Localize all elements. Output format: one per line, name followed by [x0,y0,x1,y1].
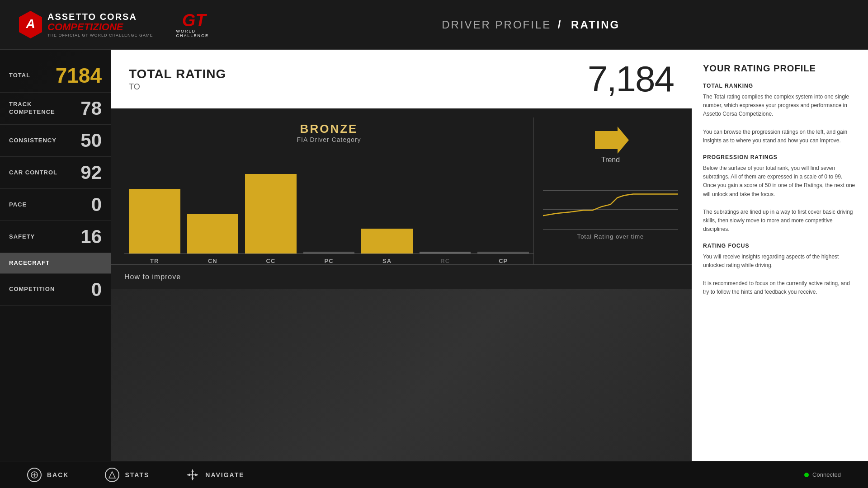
total-rating-left: TOTAL RATING TO [129,67,226,92]
sidebar-item-total[interactable]: TOTAL 7184 [0,59,111,93]
gt-logo: GT WORLD CHALLENGE [167,11,212,38]
category-badge: BRONZE [124,122,533,136]
bar-fill-CP [477,252,529,253]
connected-indicator: Connected [804,471,841,478]
stats-label: STATS [125,471,149,479]
category-sub: FIA Driver Category [124,136,533,143]
total-rating-title: TOTAL RATING [129,67,226,81]
page-title: DRIVER PROFILE / RATING [212,19,850,31]
bar-CC [245,174,297,253]
sidebar-value-safety: 16 [80,227,102,246]
sidebar-label-competition: COMPETITION [9,286,55,293]
sidebar-item-safety[interactable]: SAFETY 16 [0,221,111,253]
navigate-label: NAVIGATE [205,471,244,479]
bar-fill-SA [361,229,413,253]
sidebar-label-racecraft: RACECRAFT [9,259,50,267]
svg-text:A: A [25,17,35,31]
total-rating-right: 7,184 [588,61,674,97]
acc-icon: A [18,10,43,39]
bar-fill-RC [420,252,471,253]
separator: / [558,19,566,31]
bar-CN [187,214,239,253]
trend-area: Trend Total Rating over time [533,117,678,264]
back-button[interactable]: BACK [27,468,69,482]
sidebar-item-car-control[interactable]: CAR CONTROL 92 [0,157,111,189]
bar-fill-TR [129,189,180,253]
main-content: TOTAL RATING TO 7,184 BRONZE FIA Driver … [111,50,692,461]
bronze-badge: BRONZE FIA Driver Category [124,117,533,148]
total-rating-subtitle: TO [129,82,226,92]
rp-section-text-1: You can browse the progression ratings o… [703,128,857,145]
bar-SA [361,229,413,253]
sidebar-item-pace[interactable]: PACE 0 [0,189,111,221]
bar-labels: TR CN CC PC SA RC CP [124,254,533,264]
stats-button[interactable]: STATS [105,468,149,482]
rp-section-text-5: It is recommended to focus on the curren… [703,279,857,296]
bar-label-CP: CP [477,258,529,264]
svg-marker-9 [191,469,194,472]
bottom-bar: BACK STATS NAVIGATE Connected [0,461,868,488]
sidebar-label-consistency: CONSISTENCY [9,137,57,145]
stats-icon [105,468,119,482]
bar-label-RC: RC [420,258,471,264]
navigate-icon [185,468,200,482]
bar-fill-CC [245,174,297,253]
logo-competizione: COMPETIZIONE [47,22,153,33]
bar-chart-area: BRONZE FIA Driver Category [124,117,533,264]
bar-RC [420,252,471,253]
total-rating-number: 7,184 [588,61,674,97]
gt-logo-text: GT [182,12,206,29]
rp-section-text-0: The Total rating compiles the complex sy… [703,93,857,119]
sidebar-value-total: 7184 [56,65,102,86]
how-to-improve: How to improve [111,264,692,289]
rp-section-1: You can browse the progression ratings o… [703,128,857,145]
rp-section-0: TOTAL RANKING The Total rating compiles … [703,83,857,119]
hti-label: How to improve [124,273,678,281]
sidebar-label-car-control: CAR CONTROL [9,169,57,177]
bar-label-SA: SA [361,258,413,264]
bar-chart [124,155,533,254]
svg-marker-12 [195,474,198,476]
sidebar-item-racecraft[interactable]: RACECRAFT [0,253,111,274]
bar-fill-PC [303,252,355,253]
sidebar-value-car-control: 92 [80,163,102,182]
bar-label-CC: CC [245,258,297,264]
sidebar-item-track-competence[interactable]: TRACK COMPETENCE 78 [0,93,111,125]
back-icon [27,468,42,482]
total-rating-card: TOTAL RATING TO 7,184 [111,50,692,108]
bar-CP [477,252,529,253]
rp-section-2: PROGRESSION RATINGS Below the surface of… [703,154,857,199]
driver-profile-label: DRIVER PROFILE [442,19,551,31]
sidebar-value-pace: 0 [91,195,102,214]
sidebar-item-consistency[interactable]: CONSISTENCY 50 [0,125,111,157]
svg-marker-6 [109,472,115,478]
gt-logo-sub: WORLD CHALLENGE [176,29,212,38]
bar-label-TR: TR [129,258,180,264]
sidebar-item-competition[interactable]: COMPETITION 0 [0,274,111,306]
logo-tagline: THE OFFICIAL GT WORLD CHALLENGE GAME [47,33,153,38]
rp-section-title-4: RATING FOCUS [703,243,857,249]
chart-inner: BRONZE FIA Driver Category [111,108,692,264]
trend-chart [543,171,678,230]
navigate-button[interactable]: NAVIGATE [185,468,244,482]
rp-section-text-2: Below the surface of your total rank, yo… [703,164,857,199]
rp-title: YOUR RATING PROFILE [703,63,857,74]
trend-arrow-svg [590,124,631,156]
chart-panel: BRONZE FIA Driver Category [111,108,692,289]
rp-section-3: The subratings are lined up in a way to … [703,208,857,234]
sidebar-value-competition: 0 [91,280,102,299]
bar-fill-CN [187,214,239,253]
bar-label-PC: PC [303,258,355,264]
rp-section-text-4: You will receive insights regarding aspe… [703,253,857,270]
top-bar: A ASSETTO CORSA COMPETIZIONE THE OFFICIA… [0,0,868,50]
rating-label: RATING [571,19,620,31]
svg-marker-10 [191,478,194,480]
sidebar-value-consistency: 50 [80,131,102,150]
rp-section-4: RATING FOCUS You will receive insights r… [703,243,857,270]
sidebar-label-pace: PACE [9,201,27,209]
acc-logo: A ASSETTO CORSA COMPETIZIONE THE OFFICIA… [18,10,153,39]
back-label: BACK [47,471,69,479]
rp-section-text-3: The subratings are lined up in a way to … [703,208,857,234]
trend-line-svg [543,171,678,229]
rp-section-title-2: PROGRESSION RATINGS [703,154,857,160]
